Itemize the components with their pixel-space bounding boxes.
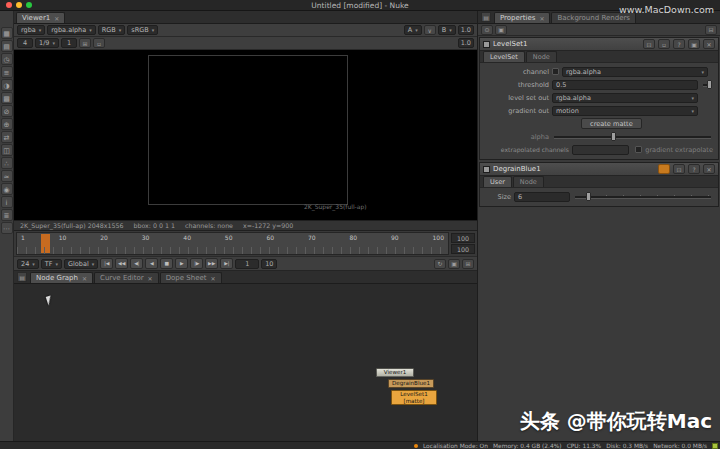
panel-menu-icon[interactable]: ▤ [17, 272, 27, 282]
slider-handle[interactable] [611, 132, 616, 141]
goto-start-button[interactable]: |◀ [100, 258, 113, 269]
filter-node-icon[interactable]: ▩ [1, 92, 13, 104]
particles-node-icon[interactable]: ∴ [1, 157, 13, 169]
help-icon[interactable]: ? [688, 164, 700, 174]
viewer-canvas[interactable]: 2K_Super_35(full-ap) [14, 50, 477, 220]
views-node-icon[interactable]: ◉ [1, 183, 13, 195]
center-node-icon[interactable]: ⊡ [673, 164, 685, 174]
extrapolated-channels-field[interactable] [572, 145, 629, 155]
keyer-node-icon[interactable]: ⊘ [1, 105, 13, 117]
close-icon[interactable]: ✕ [703, 164, 715, 174]
tab-curve-editor[interactable]: Curve Editor ✕ [94, 272, 159, 283]
channel-node-icon[interactable]: ≡ [1, 66, 13, 78]
color-node-icon[interactable]: ◑ [1, 79, 13, 91]
close-icon[interactable]: ✕ [211, 275, 216, 282]
level-set-out-dropdown[interactable]: rgba.alpha ▾ [552, 93, 698, 103]
close-icon[interactable]: ✕ [54, 15, 59, 22]
draw-node-icon[interactable]: ▤ [1, 40, 13, 52]
channel-checkbox[interactable] [552, 68, 559, 75]
tab-levelset[interactable]: LevelSet [483, 51, 525, 62]
tab-properties[interactable]: Properties ✕ [494, 12, 550, 23]
close-icon[interactable]: ✕ [148, 275, 153, 282]
pause-icon[interactable]: ▫ [93, 38, 105, 48]
range-out-field[interactable]: 100 [451, 233, 475, 243]
size-field[interactable]: 6 [514, 192, 570, 202]
playhead[interactable] [41, 234, 50, 253]
merge-node-icon[interactable]: ⊕ [1, 118, 13, 130]
frame-ruler[interactable]: 1 10 20 30 40 50 60 70 80 90 100 [16, 232, 449, 255]
close-icon[interactable]: ✕ [82, 275, 87, 282]
close-icon[interactable]: ✕ [703, 39, 715, 49]
degrainblue1-panel-header[interactable]: DegrainBlue1 ⊡ ? ✕ [480, 163, 718, 176]
float-panel-icon[interactable]: ▫ [658, 39, 670, 49]
threshold-field[interactable]: 0.5 [552, 80, 698, 90]
node-viewer1[interactable]: Viewer1 [376, 368, 414, 377]
tab-user[interactable]: User [483, 176, 512, 187]
node-color-swatch[interactable] [483, 41, 490, 48]
close-icon[interactable]: ✕ [539, 15, 544, 22]
minimize-window-button[interactable] [16, 2, 22, 8]
create-matte-button[interactable]: create matte [581, 118, 642, 129]
zoom-dropdown[interactable]: 1/9 ▾ [35, 38, 59, 48]
node-color-swatch[interactable] [483, 166, 490, 173]
slider-handle[interactable] [586, 192, 591, 201]
step-forward-button[interactable]: |▶ [190, 258, 203, 269]
playback-mode-dropdown[interactable]: TF ▾ [41, 259, 62, 269]
roi-icon[interactable]: ⊞ [79, 38, 91, 48]
zoom-window-button[interactable] [26, 2, 32, 8]
help-icon[interactable]: ? [673, 39, 685, 49]
tab-viewer1[interactable]: Viewer1 ✕ [16, 12, 65, 23]
postage-stamp-icon[interactable] [658, 164, 670, 174]
tab-node-graph[interactable]: Node Graph ✕ [30, 272, 93, 283]
tab-node[interactable]: Node [526, 51, 557, 62]
image-node-icon[interactable]: ▦ [1, 27, 13, 39]
frame-increment-field[interactable]: 10 [261, 259, 277, 269]
gradient-extrapolate-checkbox[interactable] [635, 146, 642, 153]
time-node-icon[interactable]: ◷ [1, 53, 13, 65]
deep-node-icon[interactable]: ≈ [1, 170, 13, 182]
close-window-button[interactable] [6, 2, 12, 8]
proxy-field[interactable]: 4 [17, 38, 33, 48]
goto-end-button[interactable]: ▶| [220, 258, 233, 269]
transform-node-icon[interactable]: ⇄ [1, 131, 13, 143]
lock-icon[interactable]: ▣ [688, 39, 700, 49]
wipe-icon[interactable]: ∨ [424, 25, 436, 35]
lock-icon[interactable]: ▣ [495, 25, 507, 35]
display-channels-dropdown[interactable]: RGB ▾ [98, 25, 126, 35]
channel-dropdown[interactable]: rgba.alpha ▾ [562, 67, 708, 77]
gain-field[interactable]: 1.0 [458, 25, 474, 35]
3d-node-icon[interactable]: ◫ [1, 144, 13, 156]
fps-dropdown[interactable]: 24 ▾ [17, 259, 39, 269]
toolsets-node-icon[interactable]: ≣ [1, 209, 13, 221]
gamma-field[interactable]: 1.0 [458, 38, 474, 48]
center-node-icon[interactable]: ⊡ [643, 39, 655, 49]
prev-keyframe-button[interactable]: ◀◀ [115, 258, 128, 269]
metadata-node-icon[interactable]: i [1, 196, 13, 208]
nodegraph-canvas[interactable]: Viewer1 DegrainBlue1 LevelSet1 [matte] [14, 284, 477, 441]
alpha-channel-dropdown[interactable]: rgba.alpha ▾ [47, 25, 95, 35]
play-forward-button[interactable]: ▶ [175, 258, 188, 269]
loop-icon[interactable]: ↻ [434, 259, 446, 269]
play-backward-button[interactable]: ◀ [145, 258, 158, 269]
lock-range-icon[interactable]: ▣ [448, 259, 460, 269]
fullscreen-icon[interactable]: ⊞ [462, 259, 474, 269]
node-degrainblue1[interactable]: DegrainBlue1 [388, 379, 434, 388]
trash-icon[interactable]: ⊟ [705, 25, 717, 35]
other-node-icon[interactable]: ⋯ [1, 222, 13, 234]
next-keyframe-button[interactable]: ▶▶ [205, 258, 218, 269]
threshold-slider[interactable] [703, 80, 711, 89]
stop-button[interactable]: ■ [160, 258, 173, 269]
slider-handle[interactable] [707, 80, 712, 89]
alpha-slider[interactable] [554, 132, 711, 141]
node-levelset1[interactable]: LevelSet1 [matte] [391, 390, 437, 405]
step-back-button[interactable]: ◀| [130, 258, 143, 269]
downrez-field[interactable]: 1 [61, 38, 77, 48]
levelset1-panel-header[interactable]: LevelSet1 ⊡ ▫ ? ▣ ✕ [480, 38, 718, 51]
input-b-dropdown[interactable]: B ▾ [438, 25, 456, 35]
tab-dope-sheet[interactable]: Dope Sheet ✕ [160, 272, 222, 283]
current-frame-field[interactable]: 1 [235, 259, 259, 269]
layer-dropdown[interactable]: rgba ▾ [17, 25, 45, 35]
viewer-process-dropdown[interactable]: sRGB ▾ [127, 25, 158, 35]
pin-icon[interactable]: ⊙ [481, 25, 493, 35]
frame-range-dropdown[interactable]: Global ▾ [64, 259, 98, 269]
